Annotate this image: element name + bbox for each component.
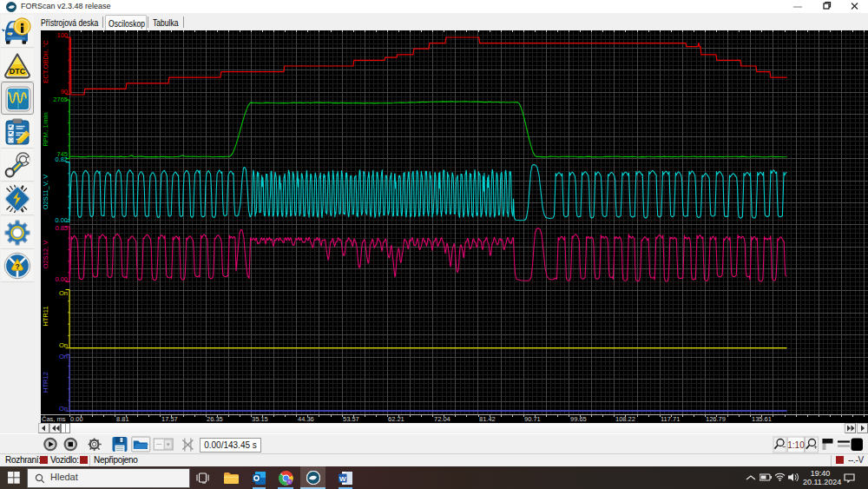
svg-text:HTR11: HTR11	[42, 306, 49, 326]
svg-text:72.04: 72.04	[434, 415, 450, 423]
svg-text:8.81: 8.81	[116, 415, 129, 423]
svg-text:0.00: 0.00	[70, 415, 83, 423]
svg-text:2765: 2765	[53, 96, 68, 103]
svg-text:0.82: 0.82	[55, 155, 68, 163]
svg-text:44.36: 44.36	[298, 415, 314, 423]
svg-text:53.57: 53.57	[343, 415, 359, 423]
svg-text:117.71: 117.71	[661, 415, 680, 423]
svg-text:0.85: 0.85	[55, 224, 68, 232]
svg-text:90: 90	[61, 88, 68, 96]
svg-text:On: On	[59, 405, 68, 413]
svg-text:81.42: 81.42	[479, 415, 496, 423]
svg-text:On: On	[59, 341, 68, 349]
svg-text:O2S11_V, V: O2S11_V, V	[42, 175, 49, 209]
svg-text:135.61: 135.61	[752, 415, 772, 423]
svg-text:108.22: 108.22	[615, 415, 635, 423]
svg-text:RPM, 1/min: RPM, 1/min	[42, 112, 49, 146]
svg-text:62.21: 62.21	[388, 415, 404, 423]
svg-text:90.71: 90.71	[524, 415, 541, 423]
svg-text:126.79: 126.79	[706, 415, 726, 423]
svg-text:0.00: 0.00	[55, 216, 68, 224]
svg-text:On: On	[59, 353, 68, 360]
svg-text:99.65: 99.65	[570, 415, 587, 423]
svg-text:DTC: DTC	[10, 67, 26, 76]
svg-text:0.00: 0.00	[55, 275, 68, 283]
svg-text:1:10: 1:10	[787, 440, 805, 450]
svg-text:35.15: 35.15	[252, 415, 268, 423]
svg-text:W: W	[339, 475, 346, 483]
svg-text:17.57: 17.57	[161, 415, 178, 423]
svg-text:?: ?	[15, 262, 19, 271]
svg-text:Čas, ms: Čas, ms	[42, 415, 66, 423]
svg-text:ECT.OBDII, °C: ECT.OBDII, °C	[42, 40, 49, 83]
svg-text:26.35: 26.35	[207, 415, 223, 423]
svg-text:O2S12, V: O2S12, V	[42, 241, 49, 269]
svg-text:HTR12: HTR12	[42, 372, 49, 393]
svg-text:On: On	[59, 289, 68, 297]
svg-text:100: 100	[56, 31, 68, 39]
